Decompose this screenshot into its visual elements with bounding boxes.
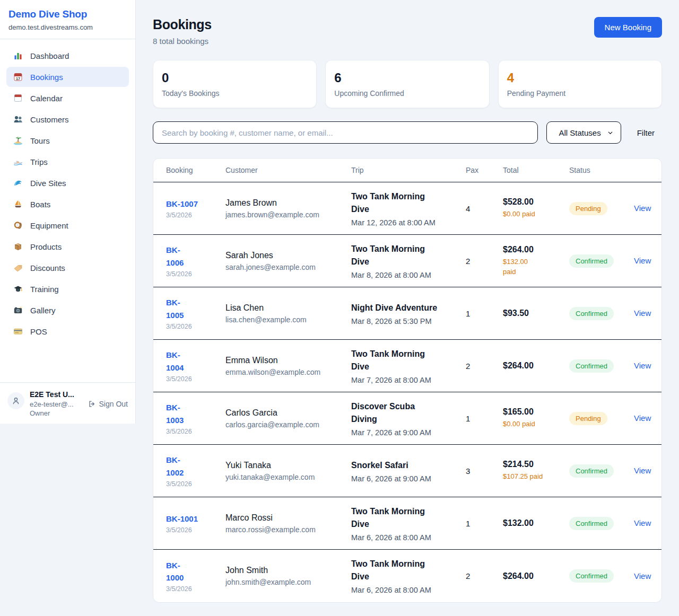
sidebar-item-pos[interactable]: POS: [6, 321, 129, 341]
sidebar-item-discounts[interactable]: Discounts: [6, 258, 129, 278]
trip-name: Two Tank Morning Dive: [351, 190, 462, 216]
paid-amount: $0.00 paid: [503, 419, 565, 429]
sidebar-item-label: Discounts: [30, 263, 65, 272]
table-row: BK-10013/5/2026 Marco Rossimarco.rossi@e…: [153, 497, 661, 550]
pax-count: 1: [466, 512, 503, 535]
customer-email: yuki.tanaka@example.com: [225, 473, 347, 481]
view-link[interactable]: View: [634, 413, 651, 423]
total-amount: $264.00: [503, 571, 565, 581]
view-link[interactable]: View: [634, 204, 651, 213]
sidebar-item-equipment[interactable]: Equipment: [6, 215, 129, 235]
column-header-status: Status: [569, 159, 634, 182]
filter-button[interactable]: Filter: [630, 124, 662, 142]
sidebar-item-dashboard[interactable]: Dashboard: [6, 46, 129, 66]
customer-email: carlos.garcia@example.com: [225, 420, 347, 429]
trip-name: Snorkel Safari: [351, 459, 462, 472]
booking-date: 3/5/2026: [166, 480, 221, 488]
user-role: Owner: [30, 409, 82, 417]
island-icon: [13, 136, 23, 145]
table-row: BK-10073/5/2026 James Brownjames.brown@e…: [153, 182, 661, 235]
stat-value: 4: [507, 71, 653, 85]
search-input[interactable]: [153, 121, 538, 144]
stat-value: 0: [162, 71, 308, 85]
credit-card-icon: [13, 327, 23, 336]
sidebar-nav: Dashboard 17 Bookings Calendar Customers…: [0, 39, 135, 382]
trip-name: Night Dive Adventure: [351, 302, 462, 314]
booking-id-link[interactable]: BK- 1006: [166, 244, 184, 269]
view-link[interactable]: View: [634, 256, 651, 265]
sidebar-item-customers[interactable]: Customers: [6, 109, 129, 129]
view-link[interactable]: View: [634, 361, 651, 370]
sidebar-item-label: Gallery: [30, 306, 56, 315]
booking-id-link[interactable]: BK- 1002: [166, 454, 184, 479]
sidebar-item-gallery[interactable]: Gallery: [6, 300, 129, 320]
pax-count: 2: [466, 564, 503, 588]
sidebar-item-label: Customers: [30, 115, 69, 124]
sidebar-item-trips[interactable]: Trips: [6, 152, 129, 172]
column-header-total: Total: [503, 159, 569, 182]
trip-name: Two Tank Morning Dive: [351, 505, 462, 531]
customer-email: sarah.jones@example.com: [225, 263, 347, 271]
column-header-pax: Pax: [466, 159, 503, 182]
column-header-booking: Booking: [166, 159, 225, 182]
tag-icon: [13, 263, 23, 272]
dive-mask-icon: [13, 221, 23, 230]
booking-id-link[interactable]: BK- 1004: [166, 349, 184, 374]
booking-id-link[interactable]: BK- 1005: [166, 296, 184, 321]
sidebar-item-training[interactable]: Training: [6, 279, 129, 299]
status-badge: Confirmed: [569, 307, 614, 320]
sidebar-item-boats[interactable]: Boats: [6, 194, 129, 214]
stat-card-todays-bookings: 0 Today's Bookings: [153, 60, 317, 108]
new-booking-button[interactable]: New Booking: [594, 17, 662, 38]
status-select[interactable]: All Statuses: [546, 121, 621, 144]
trip-datetime: Mar 8, 2026 at 8:00 AM: [351, 271, 462, 279]
booking-id-link[interactable]: BK- 1000: [166, 559, 184, 584]
trip-datetime: Mar 7, 2026 at 8:00 AM: [351, 376, 462, 384]
stat-label: Upcoming Confirmed: [334, 89, 480, 98]
calendar-icon: [13, 93, 23, 103]
booking-date: 3/5/2026: [166, 323, 221, 330]
booking-id-link[interactable]: BK-1001: [166, 513, 198, 525]
view-link[interactable]: View: [634, 518, 651, 527]
trip-name: Two Tank Morning Dive: [351, 558, 462, 583]
user-email: e2e-tester@...: [30, 400, 82, 408]
table-header-row: Booking Customer Trip Pax Total Status: [153, 159, 661, 182]
total-amount: $214.50: [503, 460, 565, 469]
sidebar-item-products[interactable]: Products: [6, 236, 129, 257]
table-row: BK- 10063/5/2026 Sarah Jonessarah.jones@…: [153, 235, 661, 287]
pax-count: 3: [466, 459, 503, 483]
sidebar-item-label: Products: [30, 242, 62, 251]
shop-domain: demo.test.divestreams.com: [8, 23, 127, 31]
sidebar-item-tours[interactable]: Tours: [6, 130, 129, 151]
status-badge: Confirmed: [569, 464, 614, 478]
view-link[interactable]: View: [634, 466, 651, 475]
trip-datetime: Mar 7, 2026 at 9:00 AM: [351, 428, 462, 437]
total-amount: $165.00: [503, 407, 565, 417]
table-row: BK- 10003/5/2026 John Smithjohn.smith@ex…: [153, 550, 661, 602]
person-icon: [11, 396, 21, 406]
booking-date: 3/5/2026: [166, 585, 221, 593]
pax-count: 1: [466, 407, 503, 430]
user-info: E2E Test U... e2e-tester@... Owner: [30, 389, 82, 417]
customer-email: james.brown@example.com: [225, 210, 347, 219]
table-row: BK- 10053/5/2026 Lisa Chenlisa.chen@exam…: [153, 287, 661, 340]
view-link[interactable]: View: [634, 309, 651, 318]
table-row: BK- 10023/5/2026 Yuki Tanakayuki.tanaka@…: [153, 445, 661, 497]
svg-text:17: 17: [16, 76, 20, 81]
booking-id-link[interactable]: BK-1007: [166, 198, 198, 210]
sign-out-button[interactable]: Sign Out: [88, 400, 128, 408]
booking-date: 3/5/2026: [166, 428, 221, 435]
sidebar-item-dive-sites[interactable]: Dive Sites: [6, 173, 129, 193]
view-link[interactable]: View: [634, 571, 651, 580]
total-amount: $132.00: [503, 518, 565, 528]
sidebar-item-label: Tours: [30, 136, 50, 145]
stat-label: Today's Bookings: [162, 89, 308, 98]
sidebar-item-bookings[interactable]: 17 Bookings: [6, 67, 129, 87]
total-amount: $264.00: [503, 245, 565, 254]
sidebar-item-label: Trips: [30, 157, 48, 166]
sidebar-item-calendar[interactable]: Calendar: [6, 88, 129, 108]
customer-email: marco.rossi@example.com: [225, 525, 347, 534]
dashboard-icon: [13, 51, 23, 60]
booking-id-link[interactable]: BK- 1003: [166, 401, 184, 426]
total-amount: $264.00: [503, 361, 565, 371]
